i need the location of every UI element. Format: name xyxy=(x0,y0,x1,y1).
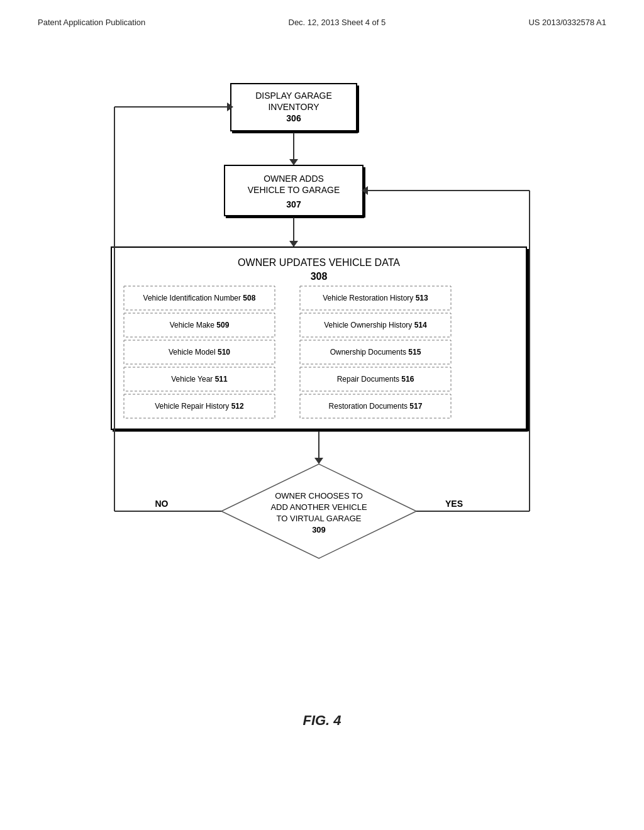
header-left: Patent Application Publication xyxy=(38,18,145,27)
svg-text:Repair Documents 516: Repair Documents 516 xyxy=(337,375,414,384)
svg-text:OWNER ADDS: OWNER ADDS xyxy=(264,174,324,184)
svg-text:INVENTORY: INVENTORY xyxy=(268,102,319,112)
svg-text:Vehicle Identification Number : Vehicle Identification Number 508 xyxy=(143,294,256,302)
svg-text:TO VIRTUAL GARAGE: TO VIRTUAL GARAGE xyxy=(277,514,362,523)
svg-text:307: 307 xyxy=(286,199,301,209)
svg-text:308: 308 xyxy=(311,271,328,282)
diagram-area: DISPLAY GARAGE INVENTORY 306 OWNER ADDS … xyxy=(0,27,644,687)
svg-text:OWNER UPDATES VEHICLE DATA: OWNER UPDATES VEHICLE DATA xyxy=(238,257,400,268)
svg-text:YES: YES xyxy=(445,499,463,509)
svg-text:Ownership Documents 515: Ownership Documents 515 xyxy=(330,348,421,357)
svg-text:VEHICLE TO GARAGE: VEHICLE TO GARAGE xyxy=(248,185,340,195)
svg-text:309: 309 xyxy=(312,525,326,534)
flowchart-svg: DISPLAY GARAGE INVENTORY 306 OWNER ADDS … xyxy=(64,58,580,675)
svg-text:ADD ANOTHER VEHICLE: ADD ANOTHER VEHICLE xyxy=(270,502,367,512)
page-header: Patent Application Publication Dec. 12, … xyxy=(0,0,644,27)
svg-text:Vehicle Make 509: Vehicle Make 509 xyxy=(170,321,230,329)
svg-text:Vehicle Ownership History 514: Vehicle Ownership History 514 xyxy=(324,321,427,329)
svg-text:NO: NO xyxy=(155,499,169,509)
svg-marker-7 xyxy=(289,159,298,165)
svg-text:Vehicle Year  511: Vehicle Year 511 xyxy=(171,375,228,384)
svg-text:OWNER CHOOSES TO: OWNER CHOOSES TO xyxy=(275,491,363,501)
svg-text:306: 306 xyxy=(286,113,301,123)
svg-marker-42 xyxy=(314,458,323,464)
header-right: US 2013/0332578 A1 xyxy=(528,18,606,27)
svg-marker-15 xyxy=(289,241,298,247)
svg-text:Vehicle Model 510: Vehicle Model 510 xyxy=(169,348,230,357)
figure-label: FIG. 4 xyxy=(303,712,341,728)
figure-caption: FIG. 4 xyxy=(0,712,644,748)
svg-text:Vehicle Restoration History 51: Vehicle Restoration History 513 xyxy=(323,294,428,302)
svg-text:DISPLAY GARAGE: DISPLAY GARAGE xyxy=(255,91,332,101)
svg-text:Vehicle Repair History 512: Vehicle Repair History 512 xyxy=(155,402,244,411)
header-middle: Dec. 12, 2013 Sheet 4 of 5 xyxy=(289,18,386,27)
svg-text:Restoration Documents  517: Restoration Documents 517 xyxy=(329,402,423,411)
